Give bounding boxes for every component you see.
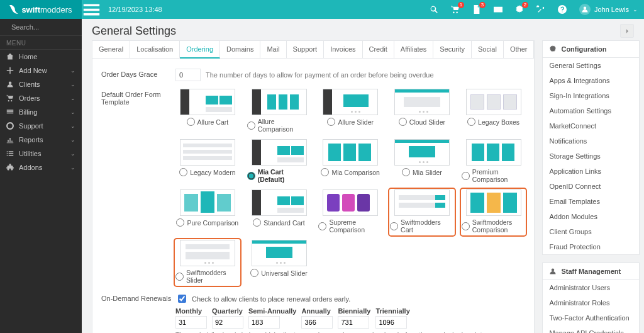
on-demand-renewals-checkbox-row[interactable]: Check to allow clients to place renewal … bbox=[175, 293, 525, 305]
template-option-allure-comparison[interactable]: Allure Comparison bbox=[247, 89, 311, 134]
staff-item-manage-api-credentials[interactable]: Manage API Credentials bbox=[543, 325, 639, 333]
template-radio-allure-comparison[interactable] bbox=[247, 121, 255, 130]
template-option-supreme-comparison[interactable]: Supreme Comparison bbox=[318, 189, 382, 235]
search-button[interactable] bbox=[423, 0, 445, 19]
template-radio-mia-comparison[interactable] bbox=[321, 168, 329, 176]
configuration-item-application-links[interactable]: Application Links bbox=[543, 164, 639, 179]
template-radio-swiftmodders-slider[interactable] bbox=[175, 273, 184, 281]
period-input-monthly[interactable] bbox=[175, 316, 207, 329]
configuration-item-marketconnect[interactable]: MarketConnect bbox=[543, 118, 639, 133]
sidebar-item-add-new[interactable]: Add New⌄ bbox=[0, 64, 82, 77]
tab-ordering[interactable]: Ordering bbox=[180, 41, 220, 59]
tab-general[interactable]: General bbox=[92, 41, 130, 58]
configuration-item-email-templates[interactable]: Email Templates bbox=[543, 194, 639, 209]
sidebar-item-reports[interactable]: Reports⌄ bbox=[0, 133, 82, 147]
configuration-item-general-settings[interactable]: General Settings bbox=[543, 58, 639, 73]
user-icon bbox=[6, 81, 14, 88]
mail-button[interactable] bbox=[487, 0, 509, 19]
configuration-item-fraud-protection[interactable]: Fraud Protection bbox=[543, 239, 639, 254]
help-button[interactable] bbox=[552, 0, 573, 19]
user-menu[interactable]: John Lewis ⌄ bbox=[573, 4, 644, 15]
template-option-legacy-modern[interactable]: Legacy Modern bbox=[175, 139, 240, 184]
user-icon bbox=[549, 268, 557, 275]
chevron-down-icon: ⌄ bbox=[70, 67, 75, 74]
period-input-triennially[interactable] bbox=[375, 316, 407, 329]
staff-item-administrator-users[interactable]: Administrator Users bbox=[543, 280, 639, 295]
collapse-sidebar-button[interactable] bbox=[620, 24, 634, 38]
tab-invoices[interactable]: Invoices bbox=[324, 41, 362, 58]
settings-button[interactable]: 2 bbox=[509, 0, 530, 19]
sidebar-toggle-button[interactable] bbox=[82, 0, 101, 19]
period-input-annually[interactable] bbox=[301, 316, 333, 329]
cart-button[interactable]: 1 bbox=[445, 0, 466, 19]
template-radio-standard-cart[interactable] bbox=[253, 218, 261, 227]
template-option-swiftmodders-cart[interactable]: Swiftmodders Cart bbox=[390, 189, 454, 235]
template-radio-legacy-modern[interactable] bbox=[179, 168, 187, 176]
sidebar-item-utilities[interactable]: Utilities⌄ bbox=[0, 147, 82, 161]
configuration-item-notifications[interactable]: Notifications bbox=[543, 133, 639, 149]
configuration-item-automation-settings[interactable]: Automation Settings bbox=[543, 103, 639, 118]
configuration-item-client-groups[interactable]: Client Groups bbox=[543, 224, 639, 239]
template-radio-mia-cart-default-[interactable] bbox=[247, 172, 255, 180]
template-radio-allure-cart[interactable] bbox=[187, 118, 195, 126]
template-label: Swiftmodders Cart bbox=[401, 218, 454, 234]
configuration-item-addon-modules[interactable]: Addon Modules bbox=[543, 209, 639, 224]
settings-panel: GeneralLocalisationOrderingDomainsMailSu… bbox=[92, 40, 535, 333]
template-radio-cloud-slider[interactable] bbox=[399, 118, 407, 126]
sidebar-item-home[interactable]: Home bbox=[0, 50, 82, 64]
tab-other[interactable]: Other bbox=[504, 41, 535, 58]
template-option-allure-cart[interactable]: Allure Cart bbox=[175, 89, 240, 134]
tab-localisation[interactable]: Localisation bbox=[130, 41, 180, 58]
configuration-item-sign-in-integrations[interactable]: Sign-In Integrations bbox=[543, 88, 639, 103]
template-option-standard-cart[interactable]: Standard Cart bbox=[247, 189, 311, 235]
tab-security[interactable]: Security bbox=[433, 41, 472, 58]
tools-button[interactable] bbox=[530, 0, 552, 19]
tab-mail[interactable]: Mail bbox=[260, 41, 286, 58]
template-label: Swiftmodders Comparison bbox=[472, 218, 526, 234]
template-option-allure-slider[interactable]: Allure Slider bbox=[318, 89, 382, 134]
brand-logo[interactable]: swiftmodders bbox=[0, 0, 82, 19]
template-option-legacy-boxes[interactable]: Legacy Boxes bbox=[462, 89, 526, 134]
plus-icon bbox=[6, 67, 14, 74]
template-radio-swiftmodders-cart[interactable] bbox=[390, 222, 398, 230]
template-radio-mia-slider[interactable] bbox=[402, 168, 410, 176]
order-days-grace-input[interactable] bbox=[175, 69, 201, 81]
tab-affiliates[interactable]: Affiliates bbox=[394, 41, 433, 58]
template-option-universal-slider[interactable]: Universal Slider bbox=[247, 240, 311, 285]
files-button[interactable]: 3 bbox=[466, 0, 487, 19]
template-option-swiftmodders-comparison[interactable]: Swiftmodders Comparison bbox=[462, 189, 526, 235]
template-option-swiftmodders-slider[interactable]: Swiftmodders Slider bbox=[175, 240, 240, 285]
template-radio-premium-comparison[interactable] bbox=[462, 172, 470, 180]
configuration-item-openid-connect[interactable]: OpenID Connect bbox=[543, 179, 639, 194]
period-input-semi-annually[interactable] bbox=[248, 316, 280, 329]
template-option-premium-comparison[interactable]: Premium Comparison bbox=[462, 139, 526, 184]
configuration-item-apps-integrations[interactable]: Apps & Integrations bbox=[543, 73, 639, 88]
period-input-biennially[interactable] bbox=[338, 316, 369, 329]
staff-item-administrator-roles[interactable]: Administrator Roles bbox=[543, 295, 639, 310]
template-option-mia-slider[interactable]: Mia Slider bbox=[390, 139, 454, 184]
tab-domains[interactable]: Domains bbox=[220, 41, 260, 58]
tab-support[interactable]: Support bbox=[287, 41, 325, 58]
template-option-mia-cart-default-[interactable]: Mia Cart (Default) bbox=[247, 139, 311, 184]
staff-item-two-factor-authentication[interactable]: Two-Factor Authentication bbox=[543, 310, 639, 325]
template-radio-universal-slider[interactable] bbox=[250, 269, 258, 277]
tab-social[interactable]: Social bbox=[472, 41, 504, 58]
period-input-quarterly[interactable] bbox=[212, 316, 243, 329]
tab-credit[interactable]: Credit bbox=[363, 41, 394, 58]
sidebar-item-clients[interactable]: Clients⌄ bbox=[0, 77, 82, 91]
template-radio-legacy-boxes[interactable] bbox=[467, 118, 475, 126]
template-radio-pure-comparison[interactable] bbox=[176, 218, 184, 227]
sidebar-item-billing[interactable]: Billing⌄ bbox=[0, 105, 82, 119]
template-radio-allure-slider[interactable] bbox=[327, 118, 335, 126]
template-option-mia-comparison[interactable]: Mia Comparison bbox=[318, 139, 382, 184]
sidebar-item-addons[interactable]: Addons⌄ bbox=[0, 161, 82, 174]
sidebar-item-orders[interactable]: Orders⌄ bbox=[0, 91, 82, 105]
template-radio-supreme-comparison[interactable] bbox=[318, 222, 326, 230]
main-content: General Settings GeneralLocalisationOrde… bbox=[82, 19, 644, 333]
on-demand-renewals-checkbox[interactable] bbox=[178, 295, 186, 303]
configuration-item-storage-settings[interactable]: Storage Settings bbox=[543, 149, 639, 164]
template-radio-swiftmodders-comparison[interactable] bbox=[462, 222, 470, 230]
template-option-cloud-slider[interactable]: Cloud Slider bbox=[390, 89, 454, 134]
sidebar-item-support[interactable]: Support⌄ bbox=[0, 119, 82, 133]
template-option-pure-comparison[interactable]: Pure Comparison bbox=[175, 189, 240, 235]
